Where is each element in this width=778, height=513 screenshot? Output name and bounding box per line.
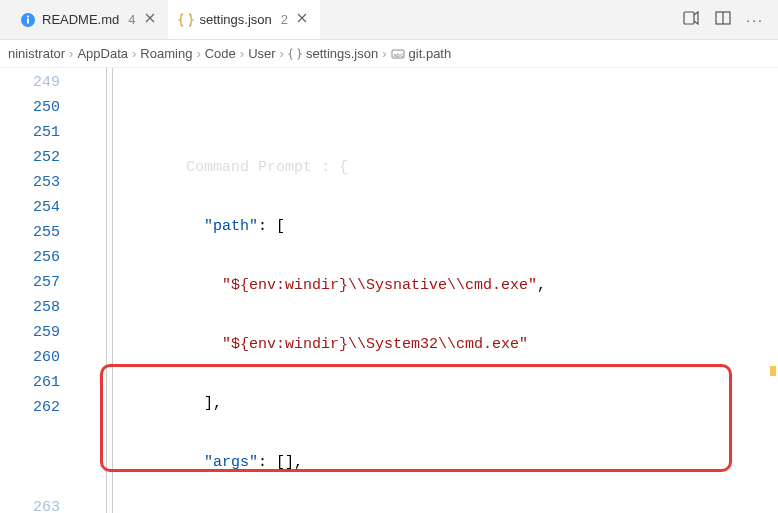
line-number: 256 bbox=[0, 245, 60, 270]
more-icon[interactable]: ... bbox=[746, 9, 764, 30]
tab-label: settings.json bbox=[200, 12, 272, 27]
tab-label: README.md bbox=[42, 12, 119, 27]
line-number: 250 bbox=[0, 95, 60, 120]
breadcrumb-symbol[interactable]: git.path bbox=[409, 46, 452, 61]
chevron-right-icon: › bbox=[132, 46, 136, 61]
editor[interactable]: 249 250 251 252 253 254 255 256 257 258 … bbox=[0, 68, 778, 513]
code-line: "args": [], bbox=[78, 450, 778, 475]
tab-settings[interactable]: settings.json 2 bbox=[168, 0, 321, 39]
svg-rect-1 bbox=[27, 18, 29, 23]
tab-mod-badge: 2 bbox=[281, 12, 288, 27]
line-numbers: 249 250 251 252 253 254 255 256 257 258 … bbox=[0, 68, 78, 513]
line-number bbox=[0, 420, 60, 445]
tab-bar: README.md 4 settings.json 2 ... bbox=[0, 0, 778, 40]
string-icon: abc bbox=[391, 47, 405, 61]
tab-mod-badge: 4 bbox=[128, 12, 135, 27]
chevron-right-icon: › bbox=[196, 46, 200, 61]
svg-rect-3 bbox=[684, 12, 694, 24]
svg-point-2 bbox=[27, 15, 29, 17]
chevron-right-icon: › bbox=[240, 46, 244, 61]
braces-icon bbox=[288, 47, 302, 61]
breadcrumb-item[interactable]: Roaming bbox=[140, 46, 192, 61]
line-number: 259 bbox=[0, 320, 60, 345]
line-number: 255 bbox=[0, 220, 60, 245]
code-area[interactable]: Command Prompt : { "path": [ "${env:wind… bbox=[78, 68, 778, 513]
chevron-right-icon: › bbox=[280, 46, 284, 61]
line-number: 258 bbox=[0, 295, 60, 320]
line-number: 252 bbox=[0, 145, 60, 170]
editor-actions: ... bbox=[682, 9, 778, 30]
info-icon bbox=[20, 12, 36, 28]
split-editor-icon[interactable] bbox=[714, 9, 732, 30]
code-line: "${env:windir}\\System32\\cmd.exe" bbox=[78, 332, 778, 357]
overview-ruler-marker bbox=[770, 366, 776, 376]
run-icon[interactable] bbox=[682, 9, 700, 30]
code-line: "icon": "terminal-cmd" bbox=[78, 509, 778, 513]
line-number bbox=[0, 445, 60, 470]
close-icon[interactable] bbox=[294, 10, 310, 29]
chevron-right-icon: › bbox=[69, 46, 73, 61]
line-number bbox=[0, 470, 60, 495]
line-number: 262 bbox=[0, 395, 60, 420]
line-number: 254 bbox=[0, 195, 60, 220]
breadcrumb-file[interactable]: settings.json bbox=[306, 46, 378, 61]
line-number: 253 bbox=[0, 170, 60, 195]
code-line: "path": [ bbox=[78, 214, 778, 239]
line-number: 251 bbox=[0, 120, 60, 145]
breadcrumb-item[interactable]: AppData bbox=[77, 46, 128, 61]
breadcrumb-item[interactable]: Code bbox=[205, 46, 236, 61]
line-number: 261 bbox=[0, 370, 60, 395]
line-number: 260 bbox=[0, 345, 60, 370]
breadcrumb[interactable]: ninistrator › AppData › Roaming › Code ›… bbox=[0, 40, 778, 68]
close-icon[interactable] bbox=[142, 10, 158, 29]
code-line: "${env:windir}\\Sysnative\\cmd.exe", bbox=[78, 273, 778, 298]
breadcrumb-item[interactable]: ninistrator bbox=[8, 46, 65, 61]
line-number: 249 bbox=[0, 70, 60, 95]
code-line: Command Prompt : { bbox=[78, 155, 778, 180]
line-number: 263 bbox=[0, 495, 60, 513]
svg-text:abc: abc bbox=[393, 51, 403, 57]
braces-icon bbox=[178, 12, 194, 28]
code-line: ], bbox=[78, 391, 778, 416]
chevron-right-icon: › bbox=[382, 46, 386, 61]
tab-readme[interactable]: README.md 4 bbox=[10, 0, 168, 39]
breadcrumb-item[interactable]: User bbox=[248, 46, 275, 61]
line-number: 257 bbox=[0, 270, 60, 295]
